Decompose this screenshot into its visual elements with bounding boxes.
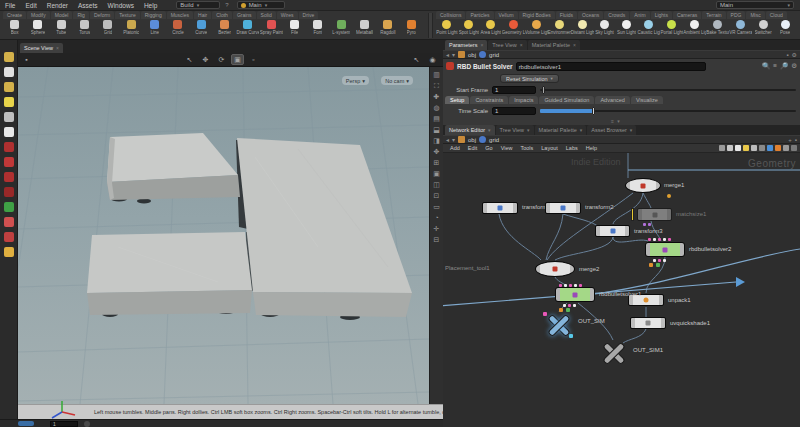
parameter-tab[interactable]: Constraints	[470, 96, 508, 104]
menu-item[interactable]: Labs	[562, 145, 582, 151]
parameter-tab[interactable]: Setup	[445, 96, 469, 104]
node-out-sim[interactable]	[545, 312, 573, 340]
side-tool-icon[interactable]	[4, 112, 14, 122]
play-button[interactable]	[84, 421, 90, 427]
view-option-icon[interactable]: ◨	[433, 137, 440, 145]
shelf-tool[interactable]: Sphere	[26, 19, 49, 39]
shelf-tool[interactable]: Font	[306, 19, 329, 39]
shelf-tool[interactable]: File	[283, 19, 306, 39]
help-icon[interactable]: ?	[225, 2, 228, 8]
chevron-down-icon[interactable]: ▾	[488, 127, 491, 133]
side-tool-icon[interactable]	[4, 187, 14, 197]
playbar-marker[interactable]	[18, 421, 34, 426]
camera-menu-button[interactable]: Persp▾	[342, 76, 369, 85]
viewport-tool-icon[interactable]: ◉	[426, 54, 439, 65]
shelf-tab[interactable]: PDG	[727, 11, 746, 19]
shelf-tool[interactable]: Pose	[774, 19, 796, 39]
shelf-tool[interactable]: Spot Light	[458, 19, 480, 39]
view-option-icon[interactable]: ⊡	[434, 192, 440, 200]
menu-item[interactable]: Edit	[464, 145, 481, 151]
frame-field[interactable]: 1	[50, 421, 78, 427]
shelf-tab[interactable]: Fluids	[556, 11, 577, 19]
view-option-icon[interactable]: ✥	[434, 148, 440, 156]
back-icon[interactable]: ◂	[446, 51, 449, 58]
side-tool-icon[interactable]	[4, 172, 14, 182]
parameter-tab[interactable]: Visualize	[631, 96, 663, 104]
menu-item[interactable]: Tools	[516, 145, 537, 151]
parameter-tab[interactable]: Advanced	[595, 96, 629, 104]
shelf-tab[interactable]: Collisions	[436, 11, 465, 19]
shelf-tab[interactable]: Wires	[277, 11, 298, 19]
node-name-field[interactable]: rbdbulletsolver1	[516, 62, 706, 71]
side-tool-icon[interactable]	[4, 157, 14, 167]
search-icon[interactable]: 🔍	[762, 62, 770, 70]
shelf-tool[interactable]: Geometry Light	[502, 19, 525, 39]
shelf-tool[interactable]: Circle	[166, 19, 189, 39]
side-tool-icon[interactable]	[4, 142, 14, 152]
zoom-icon[interactable]: 🔎	[780, 62, 788, 70]
back-icon[interactable]: ◂	[446, 136, 449, 143]
view-option-icon[interactable]: ▤	[433, 115, 440, 123]
viewport-tool-icon[interactable]: ⟳	[215, 54, 228, 65]
pane-tab[interactable]: Material Palette×	[528, 40, 580, 50]
view-option-icon[interactable]: ⊞	[434, 159, 440, 167]
time-scale-field[interactable]: 1	[492, 107, 536, 115]
shelf-tool[interactable]: Switcher	[752, 19, 774, 39]
shelf-tab[interactable]: Modify	[27, 11, 50, 19]
view-option-icon[interactable]: ▣	[433, 170, 440, 178]
shelf-tab[interactable]: Terrain	[702, 11, 725, 19]
viewport-tool-icon[interactable]: ▫	[247, 54, 260, 65]
network-toolbar-icon[interactable]	[751, 145, 757, 151]
menu-item[interactable]: Help	[139, 2, 162, 9]
node-matchsize1[interactable]	[637, 208, 672, 221]
shelf-tool[interactable]: Portal Light	[660, 19, 683, 39]
viewport-tool-icon[interactable]: ↖	[183, 54, 196, 65]
viewport-tool-icon[interactable]: ↖	[410, 54, 423, 65]
side-tool-icon[interactable]	[4, 217, 14, 227]
shelf-tab[interactable]: Rigid Bodies	[519, 11, 555, 19]
shelf-tab[interactable]: Deform	[90, 11, 114, 19]
shelf-tab[interactable]: Lights	[651, 11, 672, 19]
side-tool-icon[interactable]	[4, 97, 14, 107]
gear-icon[interactable]: ⚙	[792, 51, 797, 58]
shelf-tool[interactable]: Box	[3, 19, 26, 39]
take-selector[interactable]: Main▾	[716, 1, 794, 9]
network-toolbar-icon[interactable]	[775, 145, 781, 151]
shelf-tab[interactable]: Misc	[746, 11, 764, 19]
close-icon[interactable]: ×	[480, 42, 483, 48]
side-tool-icon[interactable]	[4, 82, 14, 92]
pane-tab[interactable]: Network Editor▾	[445, 125, 495, 135]
pin-icon[interactable]: ▪	[786, 52, 788, 58]
shelf-tool[interactable]: VR Camera	[729, 19, 752, 39]
viewport-tool-icon[interactable]: ▣	[231, 54, 244, 65]
shelf-tool[interactable]: Sky Light	[594, 19, 616, 39]
side-tool-icon[interactable]	[4, 127, 14, 137]
shelf-tab[interactable]: Anim	[630, 11, 649, 19]
shelf-tool[interactable]: Curve	[190, 19, 213, 39]
plus-icon[interactable]: +	[788, 137, 792, 143]
view-option-icon[interactable]: ◔	[434, 214, 438, 222]
view-option-icon[interactable]: ⛶	[434, 82, 439, 90]
shelf-tab[interactable]: Solid	[257, 11, 276, 19]
close-icon[interactable]: ×	[573, 42, 576, 48]
menu-item[interactable]: Assets	[73, 2, 103, 9]
close-icon[interactable]: ×	[56, 45, 59, 51]
shelf-tab[interactable]: Create	[3, 11, 26, 19]
node-transform3[interactable]	[595, 225, 630, 237]
side-tool-icon[interactable]	[4, 52, 14, 62]
shelf-tool[interactable]: Draw Curve	[236, 19, 259, 39]
chevron-down-icon[interactable]: ▾	[630, 127, 633, 133]
network-toolbar-icon[interactable]	[735, 145, 741, 151]
shelf-tool[interactable]: Sun Light	[616, 19, 638, 39]
network-toolbar-icon[interactable]	[791, 145, 797, 151]
network-toolbar-icon[interactable]	[783, 145, 789, 151]
node-uvquickshade1[interactable]	[630, 317, 666, 329]
shelf-tool[interactable]: Torus	[73, 19, 96, 39]
view-option-icon[interactable]: ⬓	[433, 126, 440, 134]
view-option-icon[interactable]: ▭	[433, 203, 440, 211]
side-tool-icon[interactable]	[4, 232, 14, 242]
shelf-tab[interactable]: Vellum	[495, 11, 518, 19]
chevron-down-icon[interactable]: ▾	[580, 127, 583, 133]
node-transform1[interactable]	[482, 202, 518, 214]
view-option-icon[interactable]: ✚	[434, 93, 440, 101]
